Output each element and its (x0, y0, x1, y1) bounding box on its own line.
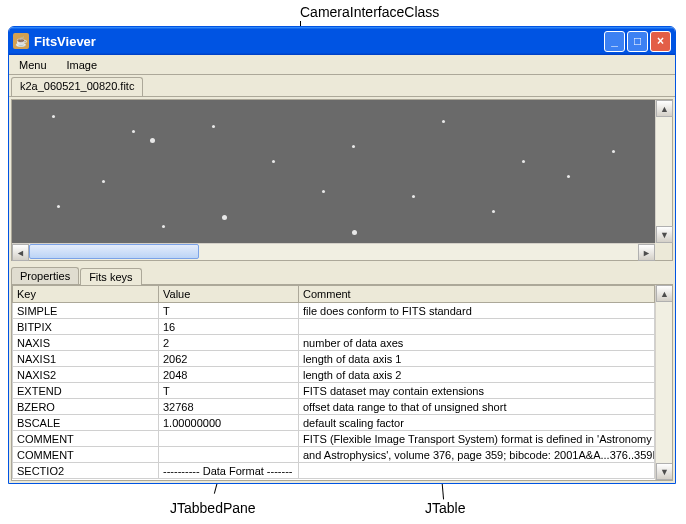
table-header-row: Key Value Comment (13, 286, 655, 303)
cell-comment[interactable]: number of data axes (299, 335, 655, 351)
image-vertical-scrollbar[interactable]: ▲ ▼ (655, 100, 672, 243)
cell-comment[interactable]: length of data axis 1 (299, 351, 655, 367)
scroll-thumb[interactable] (29, 244, 199, 259)
cell-value[interactable]: 16 (159, 319, 299, 335)
cell-value[interactable]: T (159, 303, 299, 319)
cell-key[interactable]: NAXIS (13, 335, 159, 351)
cell-comment[interactable]: FITS (Flexible Image Transport System) f… (299, 431, 655, 447)
tab-fitskeys[interactable]: Fits keys (80, 268, 141, 285)
close-button[interactable]: × (650, 31, 671, 52)
cell-value[interactable] (159, 431, 299, 447)
scroll-down-icon[interactable]: ▼ (656, 226, 673, 243)
cell-key[interactable]: NAXIS2 (13, 367, 159, 383)
titlebar: ☕ FitsViever _ □ × (9, 27, 675, 55)
cell-key[interactable]: COMMENT (13, 431, 159, 447)
table-row[interactable]: COMMENTFITS (Flexible Image Transport Sy… (13, 431, 655, 447)
cell-value[interactable]: 32768 (159, 399, 299, 415)
annotation-top: CameraInterfaceClass (300, 4, 439, 20)
scroll-down-icon[interactable]: ▼ (656, 463, 673, 480)
cell-value[interactable]: T (159, 383, 299, 399)
image-pane: ▲ ▼ ◄ ► (11, 99, 673, 261)
scroll-up-icon[interactable]: ▲ (656, 100, 673, 117)
cell-key[interactable]: SIMPLE (13, 303, 159, 319)
window-controls: _ □ × (604, 31, 671, 52)
cell-key[interactable]: EXTEND (13, 383, 159, 399)
cell-comment[interactable]: and Astrophysics', volume 376, page 359;… (299, 447, 655, 463)
maximize-button[interactable]: □ (627, 31, 648, 52)
cell-value[interactable]: ---------- Data Format ------- (159, 463, 299, 479)
cell-key[interactable]: COMMENT (13, 447, 159, 463)
cell-comment[interactable]: default scaling factor (299, 415, 655, 431)
annotation-jtable: JTable (425, 500, 465, 516)
table-row[interactable]: NAXIS2number of data axes (13, 335, 655, 351)
menu-image[interactable]: Image (61, 57, 104, 73)
fits-table: Key Value Comment SIMPLETfile does confo… (12, 285, 655, 479)
table-row[interactable]: BITPIX16 (13, 319, 655, 335)
table-row[interactable]: BSCALE1.00000000default scaling factor (13, 415, 655, 431)
table-row[interactable]: COMMENTand Astrophysics', volume 376, pa… (13, 447, 655, 463)
scroll-corner (655, 243, 672, 260)
app-icon: ☕ (13, 33, 29, 49)
file-tabstrip: k2a_060521_00820.fitc (9, 75, 675, 97)
cell-comment[interactable] (299, 319, 655, 335)
scroll-right-icon[interactable]: ► (638, 244, 655, 261)
bottom-tabbedpane: Properties Fits keys (11, 267, 673, 284)
image-horizontal-scrollbar[interactable]: ◄ ► (12, 243, 655, 260)
tab-properties[interactable]: Properties (11, 267, 79, 284)
table-row[interactable]: SIMPLETfile does conform to FITS standar… (13, 303, 655, 319)
window-title: FitsViever (34, 34, 604, 49)
table-row[interactable]: NAXIS22048length of data axis 2 (13, 367, 655, 383)
cell-value[interactable]: 2 (159, 335, 299, 351)
annotation-jtabbedpane: JTabbedPane (170, 500, 256, 516)
scroll-left-icon[interactable]: ◄ (12, 244, 29, 261)
cell-value[interactable]: 2048 (159, 367, 299, 383)
file-tab[interactable]: k2a_060521_00820.fitc (11, 77, 143, 96)
table-vertical-scrollbar[interactable]: ▲ ▼ (655, 285, 672, 480)
menu-menu[interactable]: Menu (13, 57, 53, 73)
cell-comment[interactable]: FITS dataset may contain extensions (299, 383, 655, 399)
cell-value[interactable] (159, 447, 299, 463)
table-row[interactable]: EXTENDTFITS dataset may contain extensio… (13, 383, 655, 399)
app-window: ☕ FitsViever _ □ × Menu Image k2a_060521… (8, 26, 676, 484)
cell-comment[interactable]: length of data axis 2 (299, 367, 655, 383)
cell-comment[interactable]: file does conform to FITS standard (299, 303, 655, 319)
cell-key[interactable]: BITPIX (13, 319, 159, 335)
scroll-track[interactable] (29, 244, 638, 260)
cell-key[interactable]: SECTIO2 (13, 463, 159, 479)
cell-key[interactable]: BSCALE (13, 415, 159, 431)
cell-key[interactable]: NAXIS1 (13, 351, 159, 367)
fits-image-viewport[interactable] (12, 100, 655, 243)
cell-comment[interactable]: offset data range to that of unsigned sh… (299, 399, 655, 415)
minimize-button[interactable]: _ (604, 31, 625, 52)
scroll-up-icon[interactable]: ▲ (656, 285, 673, 302)
col-key[interactable]: Key (13, 286, 159, 303)
table-row[interactable]: BZERO32768offset data range to that of u… (13, 399, 655, 415)
col-comment[interactable]: Comment (299, 286, 655, 303)
cell-value[interactable]: 1.00000000 (159, 415, 299, 431)
cell-key[interactable]: BZERO (13, 399, 159, 415)
menubar: Menu Image (9, 55, 675, 75)
fits-table-wrap: Key Value Comment SIMPLETfile does confo… (11, 284, 673, 481)
cell-value[interactable]: 2062 (159, 351, 299, 367)
table-row[interactable]: NAXIS12062length of data axis 1 (13, 351, 655, 367)
cell-comment[interactable] (299, 463, 655, 479)
table-row[interactable]: SECTIO2---------- Data Format ------- (13, 463, 655, 479)
col-value[interactable]: Value (159, 286, 299, 303)
